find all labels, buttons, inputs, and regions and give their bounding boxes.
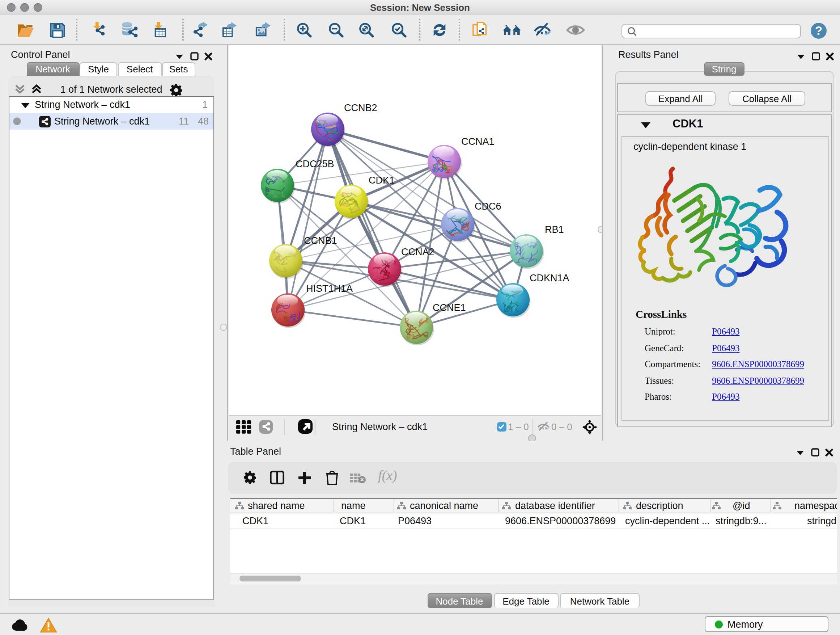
svg-text:CDKN1A: CDKN1A [530, 272, 569, 283]
svg-text:HIST1H1A: HIST1H1A [306, 283, 353, 294]
svg-text:CCNA1: CCNA1 [461, 136, 494, 147]
svg-text:CCNB2: CCNB2 [344, 103, 377, 113]
svg-text:CCNB1: CCNB1 [304, 235, 337, 246]
svg-text:CDC25B: CDC25B [295, 158, 334, 169]
svg-text:CCNE1: CCNE1 [433, 302, 466, 313]
svg-text:CDC6: CDC6 [475, 201, 501, 212]
svg-text:?: ? [815, 24, 822, 37]
svg-text:CCNA2: CCNA2 [401, 247, 434, 257]
svg-text:RB1: RB1 [545, 224, 564, 235]
svg-text:CDK1: CDK1 [369, 175, 395, 186]
